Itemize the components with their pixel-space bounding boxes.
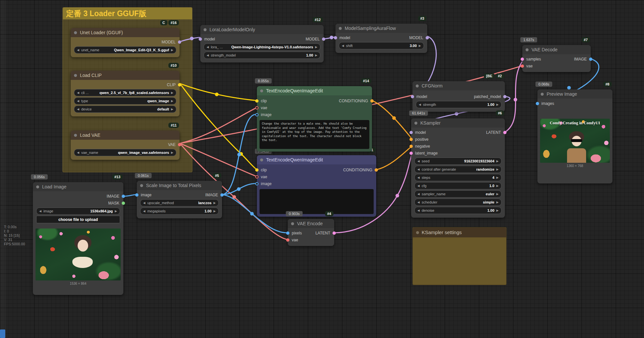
model-input-port[interactable] xyxy=(199,37,202,41)
node-graph-canvas[interactable]: 定番 3 Loader GGUF版 KSampler settings xyxy=(0,0,644,338)
increment-icon[interactable]: ▶ xyxy=(315,46,317,49)
model-input-port[interactable] xyxy=(334,36,337,39)
widget-denoise[interactable]: ◀denoise1.00▶ xyxy=(414,207,502,214)
decrement-icon[interactable]: ◀ xyxy=(207,54,209,57)
image-input-port[interactable] xyxy=(255,113,259,116)
node-header[interactable]: KSampler xyxy=(411,118,505,128)
collapse-dot-icon[interactable] xyxy=(339,27,342,30)
images-input-port[interactable] xyxy=(536,102,539,105)
node-load-image[interactable]: 0.056s #13 Load Image IMAGE MASK ◀image1… xyxy=(33,182,123,295)
increment-icon[interactable]: ▶ xyxy=(171,49,173,52)
reroute-dot[interactable] xyxy=(392,116,396,120)
collapse-dot-icon[interactable] xyxy=(260,89,263,92)
node-vae-encode[interactable]: 0.903s #4 VAE Encode pixelsLATENT vae xyxy=(288,219,334,246)
latent-output-port[interactable] xyxy=(333,231,336,235)
increment-icon[interactable]: ▶ xyxy=(315,54,317,57)
clip-input-port[interactable] xyxy=(255,168,259,172)
node-unet-loader-gguf[interactable]: C#16 Unet Loader (GGUF) MODEL ◀unet_name… xyxy=(71,28,180,57)
model-output-port[interactable] xyxy=(426,36,429,39)
widget-type[interactable]: ◀typeqwen_image▶ xyxy=(74,97,176,105)
reroute-dot[interactable] xyxy=(396,194,399,198)
reroute-dot[interactable] xyxy=(567,86,571,90)
decrement-icon[interactable]: ◀ xyxy=(77,151,79,154)
widget-strength-model[interactable]: ◀strength_model1.00▶ xyxy=(204,52,320,59)
node-vae-decode[interactable]: 1.637s #7 VAE Decode samplesIMAGE vae xyxy=(522,45,591,72)
collapse-dot-icon[interactable] xyxy=(74,31,77,34)
model-input-port[interactable] xyxy=(411,95,414,98)
widget-unet-name[interactable]: ◀unet_nameQwen_Image_Edit-Q3_K_S.gguf▶ xyxy=(74,46,176,54)
decrement-icon[interactable]: ◀ xyxy=(77,108,79,111)
increment-icon[interactable]: ▶ xyxy=(496,168,499,171)
increment-icon[interactable]: ▶ xyxy=(213,210,216,213)
latent-output-port[interactable] xyxy=(503,131,507,134)
vae-input-port[interactable] xyxy=(286,238,289,242)
node-header[interactable]: ModelSamplingAuraFlow xyxy=(335,24,427,33)
node-header[interactable]: TextEncodeQwenImageEdit xyxy=(257,86,372,95)
decrement-icon[interactable]: ◀ xyxy=(342,44,344,47)
increment-icon[interactable]: ▶ xyxy=(496,201,499,204)
reroute-dot[interactable] xyxy=(455,112,458,116)
increment-icon[interactable]: ▶ xyxy=(496,176,499,179)
image-output-port[interactable] xyxy=(589,58,592,61)
widget-lora-name[interactable]: ◀lora_ ...Qwen-Image-Lightning-4steps-V1… xyxy=(204,43,320,51)
model-output-port[interactable] xyxy=(178,40,181,44)
node-header[interactable]: Load Image xyxy=(33,182,123,191)
image-input-port[interactable] xyxy=(255,182,259,185)
latent-image-input-port[interactable] xyxy=(409,152,413,155)
increment-icon[interactable]: ▶ xyxy=(496,193,499,196)
preview-artwork[interactable]: Comfy Creating in ComfyUI xyxy=(540,119,610,163)
node-header[interactable]: TextEncodeQwenImageEdit xyxy=(257,155,376,164)
node-lora-loader-model-only[interactable]: #12 LoraLoaderModelOnly modelMODEL ◀lora… xyxy=(200,25,324,62)
node-header[interactable]: Scale Image to Total Pixels xyxy=(137,181,222,190)
collapse-dot-icon[interactable] xyxy=(204,28,207,31)
collapse-dot-icon[interactable] xyxy=(416,231,419,234)
node-header[interactable]: Preview Image xyxy=(537,89,612,99)
collapse-dot-icon[interactable] xyxy=(541,93,544,96)
clip-output-port[interactable] xyxy=(178,83,181,86)
node-cfgnorm[interactable]: [BE#2 CFGNorm modelpatched_model ◀streng… xyxy=(412,81,505,112)
decrement-icon[interactable]: ◀ xyxy=(419,103,421,106)
widget-shift[interactable]: ◀shift3.00▶ xyxy=(339,42,424,49)
node-header[interactable]: Unet Loader (GGUF) xyxy=(71,28,180,37)
loaded-image-preview[interactable] xyxy=(36,229,121,280)
increment-icon[interactable]: ▶ xyxy=(496,103,499,106)
vae-input-port[interactable] xyxy=(521,64,524,68)
vae-input-port[interactable] xyxy=(255,106,259,109)
decrement-icon[interactable]: ◀ xyxy=(143,202,145,205)
increment-icon[interactable]: ▶ xyxy=(496,209,499,212)
patched-model-output-port[interactable] xyxy=(503,95,507,98)
conditioning-output-port[interactable] xyxy=(370,99,374,103)
collapse-dot-icon[interactable] xyxy=(140,184,143,187)
collapse-dot-icon[interactable] xyxy=(414,122,417,125)
reroute-dot[interactable] xyxy=(250,212,254,216)
prompt-textarea[interactable]: Change the character to a male one. He s… xyxy=(260,120,369,149)
node-text-encode-negative[interactable]: 7.545s #1 TextEncodeQwenImageEdit clipCO… xyxy=(257,155,376,217)
increment-icon[interactable]: ▶ xyxy=(171,91,173,94)
collapse-dot-icon[interactable] xyxy=(291,222,294,225)
collapse-dot-icon[interactable] xyxy=(526,48,529,51)
positive-input-port[interactable] xyxy=(409,138,413,141)
reroute-dot[interactable] xyxy=(215,93,219,96)
decrement-icon[interactable]: ◀ xyxy=(77,91,79,94)
node-load-vae[interactable]: #11 Load VAE VAE ◀vae_nameqwen_image_vae… xyxy=(71,131,180,160)
node-header[interactable]: Load CLIP xyxy=(71,71,180,80)
group-ksampler-settings[interactable]: KSampler settings xyxy=(412,227,507,285)
collapse-dot-icon[interactable] xyxy=(36,185,39,188)
node-ksampler[interactable]: 61.641s #6 KSampler modelLATENT positive… xyxy=(411,118,505,218)
reroute-dot[interactable] xyxy=(239,152,243,156)
reroute-dot[interactable] xyxy=(514,98,517,102)
node-header[interactable]: CFGNorm xyxy=(412,81,505,90)
prompt-textarea[interactable] xyxy=(260,189,374,214)
reroute-dot[interactable] xyxy=(237,153,241,157)
widget-clip-name[interactable]: ◀cli ...qwen_2.5_vl_7b_fp8_scaled.safete… xyxy=(74,89,176,96)
vae-output-port[interactable] xyxy=(178,143,181,146)
increment-icon[interactable]: ▶ xyxy=(496,184,499,187)
decrement-icon[interactable]: ◀ xyxy=(77,100,79,103)
pixels-input-port[interactable] xyxy=(286,231,289,235)
group-title[interactable]: 定番 3 Loader GGUF版 xyxy=(63,8,192,19)
decrement-icon[interactable]: ◀ xyxy=(39,210,41,213)
widget-upscale-method[interactable]: ◀upscale_methodlanczos▶ xyxy=(140,199,219,206)
samples-input-port[interactable] xyxy=(521,58,524,61)
increment-icon[interactable]: ▶ xyxy=(171,100,173,103)
node-preview-image[interactable]: 0.068s #8 Preview Image images Comfy Cre… xyxy=(537,89,612,183)
